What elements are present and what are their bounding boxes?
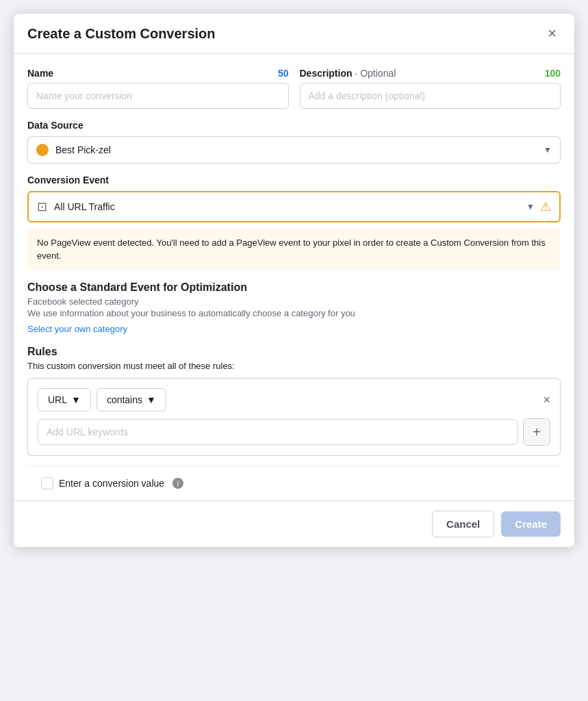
description-label: Description · Optional xyxy=(300,68,396,79)
rules-title: Rules xyxy=(27,346,561,358)
description-char-count: 100 xyxy=(545,68,561,79)
conversion-value-row: Enter a conversion value i xyxy=(27,466,561,500)
name-description-row: Name 50 Description · Optional 100 xyxy=(27,68,561,109)
keyword-input[interactable] xyxy=(38,419,517,445)
conversion-event-dropdown-arrow: ▼ xyxy=(526,202,535,212)
close-button[interactable]: × xyxy=(544,25,561,42)
modal-title: Create a Custom Conversion xyxy=(27,26,216,42)
description-field-header: Description · Optional 100 xyxy=(300,68,561,79)
standard-event-desc: We use information about your business t… xyxy=(27,308,561,318)
description-input[interactable] xyxy=(300,83,561,109)
rules-section: Rules This custom conversion must meet a… xyxy=(27,346,561,456)
conversion-event-label: Conversion Event xyxy=(27,175,561,186)
conversion-event-value: All URL Traffic xyxy=(54,201,526,212)
standard-event-title: Choose a Standard Event for Optimization xyxy=(27,281,561,294)
browser-icon: ⊡ xyxy=(37,199,47,214)
conversion-value-info-icon[interactable]: i xyxy=(172,478,183,489)
contains-condition-select[interactable]: contains ▼ xyxy=(97,388,166,411)
conversion-event-warning-icon: ⚠ xyxy=(540,199,551,214)
name-label: Name xyxy=(27,68,53,79)
name-field-header: Name 50 xyxy=(27,68,289,79)
modal-footer: Cancel Create xyxy=(14,500,574,547)
contains-condition-value: contains xyxy=(107,394,142,405)
rules-condition-row: URL ▼ contains ▼ × xyxy=(38,388,550,411)
warning-text: No PageView event detected. You'll need … xyxy=(37,238,546,261)
name-char-count: 50 xyxy=(278,68,289,79)
name-field-group: Name 50 xyxy=(27,68,289,109)
rules-desc: This custom conversion must meet all of … xyxy=(27,361,561,371)
data-source-select[interactable]: Best Pick-zel ▼ xyxy=(27,136,561,164)
modal-header: Create a Custom Conversion × xyxy=(14,14,574,54)
create-custom-conversion-modal: Create a Custom Conversion × Name 50 Des… xyxy=(14,14,574,547)
contains-condition-arrow: ▼ xyxy=(146,394,156,405)
url-condition-arrow: ▼ xyxy=(71,394,81,405)
data-source-group: Data Source Best Pick-zel ▼ xyxy=(27,120,561,164)
conversion-event-group: Conversion Event ⊡ All URL Traffic ▼ ⚠ N… xyxy=(27,175,561,270)
rules-box: URL ▼ contains ▼ × + xyxy=(27,378,561,456)
conversion-value-checkbox[interactable] xyxy=(41,477,53,489)
name-input[interactable] xyxy=(27,83,289,109)
add-keyword-button[interactable]: + xyxy=(523,418,550,446)
url-condition-select[interactable]: URL ▼ xyxy=(38,388,91,411)
data-source-dot xyxy=(36,144,49,156)
conversion-event-select[interactable]: ⊡ All URL Traffic ▼ ⚠ xyxy=(27,191,561,222)
standard-event-section: Choose a Standard Event for Optimization… xyxy=(27,281,561,335)
url-condition-value: URL xyxy=(48,394,67,405)
create-button[interactable]: Create xyxy=(501,511,561,537)
modal-body: Name 50 Description · Optional 100 Data xyxy=(14,54,574,500)
description-field-group: Description · Optional 100 xyxy=(300,68,561,109)
standard-event-subtitle: Facebook selected category xyxy=(27,296,561,307)
data-source-dropdown-arrow: ▼ xyxy=(544,145,552,155)
data-source-label: Data Source xyxy=(27,120,561,131)
keyword-row: + xyxy=(38,418,550,446)
conversion-value-label: Enter a conversion value xyxy=(59,478,164,489)
cancel-button[interactable]: Cancel xyxy=(432,511,494,537)
data-source-value: Best Pick-zel xyxy=(55,144,544,155)
select-own-category-link[interactable]: Select your own category xyxy=(27,324,127,334)
remove-rule-button[interactable]: × xyxy=(543,393,550,407)
warning-box: No PageView event detected. You'll need … xyxy=(27,228,561,270)
